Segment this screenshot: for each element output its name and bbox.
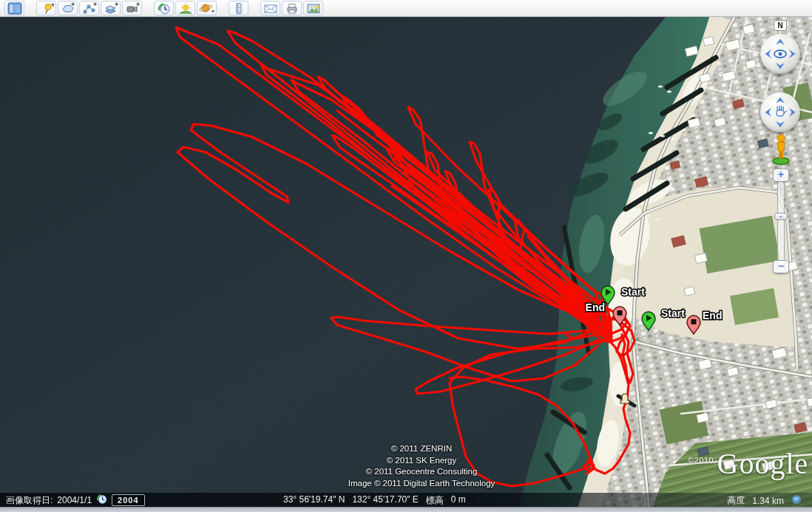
historical-imagery-button[interactable]: [154, 1, 174, 16]
svg-text:+: +: [136, 2, 140, 8]
envelope-icon: [263, 2, 278, 15]
imagery-date-label: 画像取得日:: [6, 494, 53, 507]
satellite-map[interactable]: Start End Start End: [0, 17, 812, 507]
toggle-sidebar-button[interactable]: [4, 1, 24, 16]
sidebar-icon: [7, 2, 22, 15]
globe-icon: [791, 494, 802, 507]
main-toolbar: + + + + +: [0, 0, 812, 17]
zoom-slider[interactable]: + − −: [772, 168, 790, 273]
longitude-readout: 132° 45'17.70″ E: [352, 494, 418, 507]
email-button[interactable]: [260, 1, 280, 16]
track1-start-label: Start: [621, 286, 645, 298]
zoom-out-button[interactable]: −: [773, 260, 789, 273]
track2-start-label: Start: [661, 307, 685, 319]
pushpin-icon: +: [39, 2, 54, 15]
map-viewport[interactable]: Start End Start End: [0, 17, 812, 507]
elevation-label: 標高: [426, 494, 444, 507]
add-polygon-button[interactable]: +: [58, 1, 78, 16]
track1-end-label: End: [586, 301, 605, 313]
ruler-button[interactable]: [229, 1, 248, 16]
print-button[interactable]: [282, 1, 302, 16]
eye-icon: [774, 50, 786, 58]
history-clock-icon[interactable]: [96, 494, 107, 507]
save-image-button[interactable]: [303, 1, 323, 16]
window-bottom-edge: [0, 507, 812, 512]
altitude-value: 1.34 km: [752, 496, 784, 506]
svg-text:+: +: [115, 2, 118, 8]
pegman-base: [773, 158, 789, 165]
add-image-overlay-button[interactable]: +: [101, 1, 121, 16]
google-earth-window: + + + + +: [0, 0, 812, 512]
latitude-readout: 33° 56'19.74″ N: [283, 494, 345, 507]
planet-icon: [199, 2, 215, 15]
camcorder-icon: +: [125, 2, 140, 15]
status-bar: 画像取得日: 2004/1/1 2004 33° 56'19.74″ N 132…: [0, 493, 812, 507]
view-in-space-button[interactable]: [197, 1, 217, 16]
clock-icon: [157, 2, 172, 15]
add-path-button[interactable]: +: [79, 1, 99, 16]
path-icon: +: [82, 2, 97, 15]
sun-icon: [178, 2, 193, 15]
svg-text:+: +: [51, 2, 54, 9]
poi-monument-icon[interactable]: [620, 394, 629, 403]
imagery-date-value: 2004/1/1: [57, 495, 92, 505]
image-overlay-icon: +: [104, 2, 118, 15]
hand-icon: [777, 106, 786, 117]
polygon-icon: +: [61, 2, 75, 15]
elevation-value: 0 m: [451, 494, 466, 507]
look-joystick[interactable]: [760, 34, 800, 74]
time-slider-year-chip[interactable]: 2004: [112, 494, 144, 506]
printer-icon: [285, 2, 300, 15]
pegman-street-view[interactable]: [771, 133, 791, 165]
svg-text:+: +: [93, 2, 97, 8]
zoom-in-button[interactable]: +: [773, 168, 789, 182]
ruler-icon: [231, 2, 246, 15]
add-placemark-button[interactable]: +: [36, 1, 56, 16]
sunlight-button[interactable]: [175, 1, 195, 16]
save-image-icon: [306, 2, 321, 15]
track2-end-label: End: [703, 310, 722, 321]
record-tour-button[interactable]: +: [122, 1, 142, 16]
move-joystick[interactable]: [760, 92, 800, 132]
zoom-slider-handle[interactable]: −: [774, 213, 788, 220]
compass-north-button[interactable]: N: [774, 20, 787, 31]
svg-text:+: +: [71, 2, 75, 8]
altitude-label: 高度: [727, 494, 745, 507]
